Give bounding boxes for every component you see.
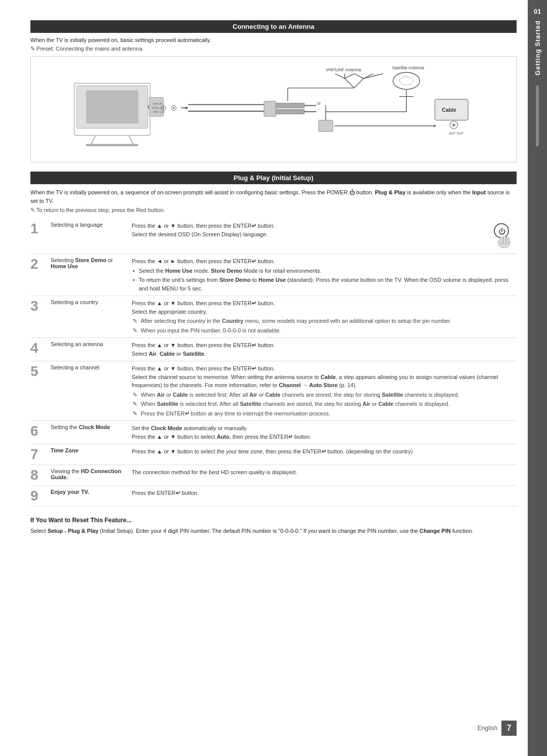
step-desc-6: Set the Clock Mode automatically or manu… — [128, 421, 517, 444]
svg-point-36 — [393, 72, 419, 90]
step-num-2: 2 — [30, 254, 47, 296]
step-row-1: 1 Selecting a language Press the ▲ or ▼ … — [30, 219, 517, 254]
svg-rect-21 — [276, 109, 304, 114]
step-label-3: Selecting a country — [47, 296, 128, 338]
svg-line-30 — [354, 74, 364, 78]
reset-section: If You Want to Reset This Feature... Sel… — [30, 517, 517, 535]
reset-title: If You Want to Reset This Feature... — [30, 517, 517, 524]
step-row-3: 3 Selecting a country Press the ▲ or ▼ b… — [30, 296, 517, 338]
step-label-4: Selecting an antenna — [47, 338, 128, 361]
step-num-3: 3 — [30, 296, 47, 338]
step-img-1: ⏻ — [486, 219, 517, 254]
section1-preset: Preset: Connecting the mains and antenna… — [30, 46, 517, 52]
step-label-6: Setting the Clock Mode — [47, 421, 128, 444]
step-desc-5: Press the ▲ or ▼ button, then press the … — [128, 361, 517, 421]
step-desc-8: The connection method for the best HD sc… — [128, 465, 517, 486]
svg-text:ANT 1 IN: ANT 1 IN — [153, 110, 165, 113]
step-num-6: 6 — [30, 421, 47, 444]
step-label-8: Viewing the HD Connection Guide. — [47, 465, 128, 486]
page-container: 01 Getting Started Connecting to an Ante… — [0, 0, 547, 756]
step-num-5: 5 — [30, 361, 47, 421]
svg-line-28 — [364, 74, 382, 78]
power-icon-svg: ⏻ — [489, 222, 514, 249]
step-label-9: Enjoy your TV. — [47, 486, 128, 507]
svg-point-37 — [400, 76, 413, 85]
step-desc-9: Press the ENTER↵ button. — [128, 486, 517, 507]
svg-line-27 — [345, 78, 355, 88]
svg-rect-20 — [276, 103, 304, 108]
step-row-2: 2 Selecting Store Demo or Home Use Press… — [30, 254, 517, 296]
svg-text:VHF/UHF Antenna: VHF/UHF Antenna — [326, 67, 361, 72]
antenna-diagram-svg: ANT IN SATELLITE ANT 1 IN — [38, 64, 509, 154]
step-row-9: 9 Enjoy your TV. Press the ENTER↵ button… — [30, 486, 517, 507]
svg-line-3 — [129, 136, 133, 145]
side-tab-number: 01 — [534, 8, 541, 15]
page-language: English — [478, 725, 497, 732]
step-row-7: 7 Time Zone Press the ▲ or ▼ button to s… — [30, 444, 517, 465]
svg-point-14 — [173, 107, 175, 109]
step-desc-3: Press the ▲ or ▼ button, then press the … — [128, 296, 517, 338]
svg-point-49 — [452, 123, 455, 127]
reset-desc: Select Setup - Plug & Play (Initial Setu… — [30, 527, 517, 535]
svg-line-26 — [354, 78, 364, 88]
side-tab: 01 Getting Started — [528, 0, 547, 756]
svg-rect-57 — [503, 236, 506, 244]
pp-note: To return to the previous step, press th… — [30, 207, 517, 214]
step-desc-2: Press the ◄ or ► button, then press the … — [128, 254, 517, 296]
svg-text:Cable: Cable — [442, 107, 456, 113]
svg-text:SATELLITE: SATELLITE — [151, 107, 164, 109]
step-label-1: Selecting a language — [47, 219, 128, 254]
svg-line-2 — [91, 136, 95, 145]
step-num-9: 9 — [30, 486, 47, 507]
svg-rect-58 — [506, 237, 509, 244]
svg-rect-5 — [86, 91, 138, 124]
svg-rect-19 — [264, 101, 276, 116]
step-num-7: 7 — [30, 444, 47, 465]
svg-marker-16 — [186, 106, 188, 109]
side-tab-label: Getting Started — [534, 20, 541, 75]
svg-text:⏻: ⏻ — [498, 227, 505, 235]
svg-rect-4 — [86, 144, 138, 146]
section1-intro: When the TV is initially powered on, bas… — [30, 37, 517, 43]
side-tab-bar — [536, 86, 539, 146]
step-num-8: 8 — [30, 465, 47, 486]
svg-marker-52 — [434, 124, 437, 128]
svg-line-31 — [335, 74, 345, 78]
svg-line-32 — [345, 74, 355, 78]
step-row-6: 6 Setting the Clock Mode Set the Clock M… — [30, 421, 517, 444]
step-desc-7: Press the ▲ or ▼ button to select the yo… — [128, 444, 517, 465]
svg-text:ANT OUT: ANT OUT — [449, 132, 464, 135]
section2-header: Plug & Play (Initial Setup) — [30, 172, 517, 184]
steps-table: 1 Selecting a language Press the ▲ or ▼ … — [30, 219, 517, 507]
step-row-8: 8 Viewing the HD Connection Guide. The c… — [30, 465, 517, 486]
step-num-4: 4 — [30, 338, 47, 361]
svg-text:or: or — [317, 101, 321, 106]
step-label-7: Time Zone — [47, 444, 128, 465]
svg-rect-56 — [500, 237, 503, 244]
antenna-diagram: ANT IN SATELLITE ANT 1 IN — [30, 56, 517, 162]
svg-point-12 — [163, 107, 165, 109]
step-desc-1: Press the ▲ or ▼ button, then press the … — [128, 219, 486, 254]
step-label-2: Selecting Store Demo or Home Use — [47, 254, 128, 296]
page-number-box: 7 — [501, 721, 517, 736]
svg-text:Satellite Antenna: Satellite Antenna — [392, 65, 424, 70]
step-row-4: 4 Selecting an antenna Press the ▲ or ▼ … — [30, 338, 517, 361]
pp-intro: When the TV is initially powered on, a s… — [30, 188, 517, 205]
svg-rect-44 — [319, 120, 333, 132]
page-number-area: English 7 — [478, 721, 517, 736]
step-desc-4: Press the ▲ or ▼ button, then press the … — [128, 338, 517, 361]
svg-text:ANT IN: ANT IN — [153, 102, 162, 105]
step-label-5: Selecting a channel — [47, 361, 128, 421]
step-num-1: 1 — [30, 219, 47, 254]
section1-header: Connecting to an Antenna — [30, 20, 517, 33]
step-row-5: 5 Selecting a channel Press the ▲ or ▼ b… — [30, 361, 517, 421]
